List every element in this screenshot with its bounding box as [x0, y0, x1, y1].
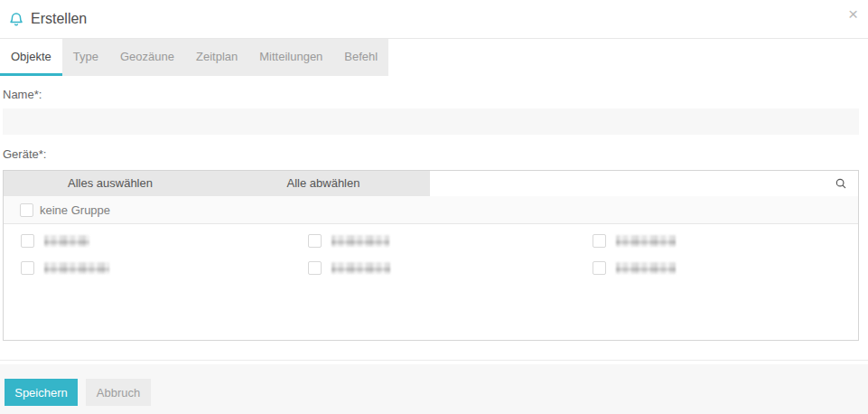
device-item [21, 233, 308, 248]
device-label-redacted [44, 262, 109, 274]
device-checkbox[interactable] [21, 234, 34, 248]
tab-zeitplan[interactable]: Zeitplan [185, 39, 248, 76]
group-checkbox-label: keine Gruppe [40, 203, 110, 217]
group-checkbox[interactable] [20, 203, 33, 217]
select-all-button[interactable]: Alles auswählen [4, 171, 217, 196]
save-button[interactable]: Speichern [5, 379, 78, 406]
dialog-footer: Speichern Abbruch [0, 364, 868, 414]
tab-befehl[interactable]: Befehl [333, 39, 388, 76]
dialog-title: Erstellen [31, 11, 87, 27]
footer-divider [0, 360, 868, 361]
device-label-redacted [616, 235, 676, 247]
tab-objekte[interactable]: Objekte [0, 39, 62, 76]
device-label-redacted [616, 262, 676, 274]
device-checkbox[interactable] [308, 234, 322, 248]
name-label: Name*: [3, 88, 868, 101]
device-checkbox[interactable] [593, 261, 606, 275]
device-label-redacted [331, 235, 389, 247]
cancel-button[interactable]: Abbruch [86, 379, 151, 406]
device-item [593, 233, 858, 248]
group-filter-row: keine Gruppe [4, 196, 858, 224]
device-item [308, 260, 593, 275]
deselect-all-button[interactable]: Alle abwählen [217, 171, 430, 196]
name-input[interactable] [3, 108, 859, 135]
device-label-redacted [331, 262, 390, 274]
close-icon[interactable]: × [848, 5, 858, 23]
devices-label: Geräte*: [3, 147, 868, 161]
search-icon[interactable] [835, 177, 847, 190]
device-checkbox[interactable] [593, 234, 606, 248]
device-item [593, 260, 858, 275]
device-checkbox[interactable] [308, 261, 322, 275]
tab-bar: Objekte Type Geozäune Zeitplan Mitteilun… [0, 38, 868, 75]
tab-geozaeune[interactable]: Geozäune [109, 39, 185, 76]
tab-mitteilungen[interactable]: Mitteilungen [248, 39, 333, 76]
device-item [21, 260, 308, 275]
dialog-header: Erstellen × [0, 0, 868, 38]
notification-bell-icon [8, 11, 24, 27]
device-checkbox[interactable] [21, 261, 34, 275]
device-label-redacted [44, 235, 89, 247]
device-item [308, 233, 593, 248]
device-list [4, 224, 858, 275]
tab-type[interactable]: Type [62, 39, 109, 76]
device-panel-header: Alles auswählen Alle abwählen [4, 171, 858, 196]
device-selection-panel: Alles auswählen Alle abwählen keine Grup… [3, 170, 859, 341]
dialog-body: Name*: Geräte*: Alles auswählen Alle abw… [0, 88, 868, 341]
